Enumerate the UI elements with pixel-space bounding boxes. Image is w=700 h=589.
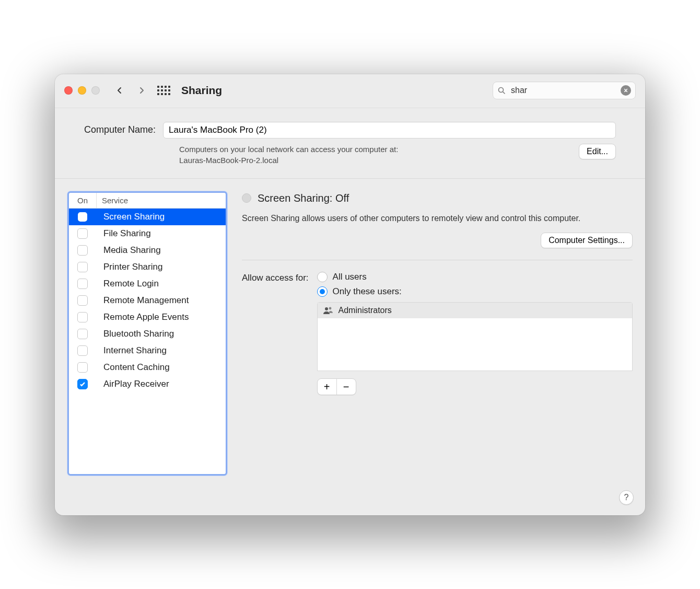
service-detail-panel: Screen Sharing: Off Screen Sharing allow… xyxy=(242,191,633,476)
service-checkbox[interactable] xyxy=(77,329,88,339)
service-checkbox[interactable] xyxy=(78,212,87,222)
service-label: Remote Management xyxy=(96,295,189,306)
service-label: Bluetooth Sharing xyxy=(96,329,174,339)
service-label: Remote Login xyxy=(96,279,159,289)
service-checkbox[interactable] xyxy=(77,362,88,373)
add-remove-controls: + − xyxy=(317,378,356,395)
titlebar: Sharing xyxy=(55,74,645,108)
radio-all-users[interactable]: All users xyxy=(317,272,633,282)
service-label: Screen Sharing xyxy=(96,212,165,222)
add-user-button[interactable]: + xyxy=(318,379,336,395)
close-button[interactable] xyxy=(64,86,73,95)
service-checkbox[interactable] xyxy=(77,245,88,256)
radio-only-these-users[interactable]: Only these users: xyxy=(317,286,633,297)
back-button[interactable] xyxy=(112,83,127,98)
computer-name-input[interactable] xyxy=(163,122,616,138)
remove-user-button[interactable]: − xyxy=(337,379,356,395)
show-all-icon[interactable] xyxy=(157,84,170,97)
allowed-users-list[interactable]: Administrators xyxy=(317,302,633,371)
minimize-button[interactable] xyxy=(78,86,86,95)
service-checkbox[interactable] xyxy=(77,279,88,289)
computer-name-section: Computer Name: Computers on your local n… xyxy=(55,108,645,179)
help-button[interactable]: ? xyxy=(619,490,634,505)
forward-button[interactable] xyxy=(134,83,149,98)
search-input[interactable] xyxy=(510,85,616,96)
svg-point-1 xyxy=(325,307,328,310)
service-description: Screen Sharing allows users of other com… xyxy=(242,213,633,224)
services-header-on: On xyxy=(69,193,97,208)
service-checkbox[interactable] xyxy=(77,345,88,356)
service-checkbox[interactable] xyxy=(77,295,88,306)
users-icon xyxy=(323,306,333,315)
hint-prefix: Computers on your local network can acce… xyxy=(179,145,398,154)
chevron-left-icon xyxy=(115,86,124,95)
radio-button xyxy=(317,286,328,297)
computer-name-hint: Computers on your local network can acce… xyxy=(179,144,569,166)
service-row[interactable]: Content Caching xyxy=(69,359,226,376)
service-checkbox[interactable] xyxy=(77,228,88,239)
service-row[interactable]: Bluetooth Sharing xyxy=(69,326,226,342)
traffic-lights xyxy=(64,86,100,95)
computer-name-label: Computer Name: xyxy=(84,124,156,135)
status-indicator xyxy=(242,193,251,203)
service-row[interactable]: Printer Sharing xyxy=(69,259,226,275)
radio-all-label: All users xyxy=(333,272,367,282)
preferences-window: Sharing Computer Name: Computers on your… xyxy=(55,74,645,515)
service-label: Content Caching xyxy=(96,362,170,373)
service-checkbox[interactable] xyxy=(77,262,88,272)
service-label: Internet Sharing xyxy=(96,345,167,356)
close-icon xyxy=(624,88,628,93)
service-row[interactable]: Remote Login xyxy=(69,275,226,292)
services-header-service: Service xyxy=(97,193,133,208)
service-label: Printer Sharing xyxy=(96,262,162,272)
services-list[interactable]: Screen SharingFile SharingMedia SharingP… xyxy=(69,209,226,474)
edit-hostname-button[interactable]: Edit... xyxy=(579,144,616,159)
clear-search-button[interactable] xyxy=(621,85,631,96)
service-label: Media Sharing xyxy=(96,245,161,256)
service-row[interactable]: File Sharing xyxy=(69,225,226,242)
status-title: Screen Sharing: Off xyxy=(258,192,349,204)
chevron-right-icon xyxy=(137,86,146,95)
user-row[interactable]: Administrators xyxy=(318,303,632,318)
main-content: On Service Screen SharingFile SharingMed… xyxy=(55,179,645,490)
services-header: On Service xyxy=(69,193,226,209)
services-panel: On Service Screen SharingFile SharingMed… xyxy=(67,191,227,476)
divider xyxy=(242,260,633,260)
pane-title: Sharing xyxy=(181,84,222,97)
service-checkbox[interactable] xyxy=(77,312,88,322)
access-label: Allow access for: xyxy=(242,272,309,395)
service-row[interactable]: Media Sharing xyxy=(69,242,226,259)
service-row[interactable]: Screen Sharing xyxy=(69,209,226,225)
search-icon xyxy=(497,86,506,95)
hostname-text: Lauras-MacBook-Pro-2.local xyxy=(179,156,278,165)
service-row[interactable]: Remote Management xyxy=(69,292,226,309)
computer-settings-button[interactable]: Computer Settings... xyxy=(541,233,633,248)
svg-point-0 xyxy=(499,87,504,92)
service-row[interactable]: AirPlay Receiver xyxy=(69,376,226,392)
service-label: Remote Apple Events xyxy=(96,312,189,322)
access-section: Allow access for: All users Only these u… xyxy=(242,272,633,395)
footer: ? xyxy=(55,490,645,515)
service-row[interactable]: Internet Sharing xyxy=(69,342,226,359)
svg-point-2 xyxy=(329,307,331,309)
radio-only-label: Only these users: xyxy=(333,286,402,297)
service-checkbox[interactable] xyxy=(77,379,88,389)
service-row[interactable]: Remote Apple Events xyxy=(69,309,226,326)
radio-button xyxy=(317,272,328,282)
service-label: AirPlay Receiver xyxy=(96,379,169,389)
service-label: File Sharing xyxy=(96,228,151,239)
zoom-button[interactable] xyxy=(91,86,100,95)
search-field[interactable] xyxy=(493,82,636,99)
